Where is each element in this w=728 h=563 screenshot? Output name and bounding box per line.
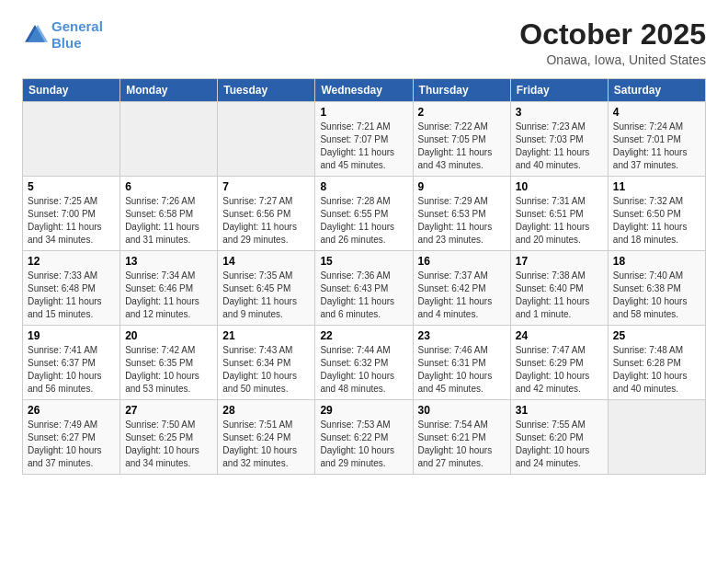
- day-number: 23: [418, 329, 506, 342]
- weekday-header-sunday: Sunday: [23, 79, 120, 102]
- month-title: October 2025: [519, 18, 706, 51]
- day-info: Sunrise: 7:46 AM Sunset: 6:31 PM Dayligh…: [418, 344, 506, 396]
- calendar-cell: 25Sunrise: 7:48 AM Sunset: 6:28 PM Dayli…: [608, 326, 705, 400]
- calendar-header: SundayMondayTuesdayWednesdayThursdayFrid…: [23, 79, 706, 102]
- day-info: Sunrise: 7:32 AM Sunset: 6:50 PM Dayligh…: [613, 195, 700, 247]
- day-number: 16: [418, 255, 506, 268]
- day-info: Sunrise: 7:28 AM Sunset: 6:55 PM Dayligh…: [320, 195, 407, 247]
- day-info: Sunrise: 7:44 AM Sunset: 6:32 PM Dayligh…: [320, 344, 407, 396]
- calendar-cell: 12Sunrise: 7:33 AM Sunset: 6:48 PM Dayli…: [23, 251, 120, 326]
- day-number: 1: [320, 106, 407, 119]
- location: Onawa, Iowa, United States: [519, 52, 706, 67]
- calendar-cell: 9Sunrise: 7:29 AM Sunset: 6:53 PM Daylig…: [413, 177, 510, 251]
- header: General Blue October 2025 Onawa, Iowa, U…: [22, 18, 706, 67]
- day-number: 24: [516, 329, 603, 342]
- day-info: Sunrise: 7:55 AM Sunset: 6:20 PM Dayligh…: [516, 419, 603, 470]
- day-info: Sunrise: 7:43 AM Sunset: 6:34 PM Dayligh…: [222, 344, 310, 396]
- calendar-cell: [23, 102, 120, 177]
- day-number: 28: [222, 404, 310, 417]
- weekday-header-tuesday: Tuesday: [218, 79, 315, 102]
- calendar-body: 1Sunrise: 7:21 AM Sunset: 7:07 PM Daylig…: [23, 102, 706, 475]
- calendar-cell: 16Sunrise: 7:37 AM Sunset: 6:42 PM Dayli…: [413, 251, 510, 326]
- day-number: 7: [222, 180, 310, 193]
- day-info: Sunrise: 7:50 AM Sunset: 6:25 PM Dayligh…: [125, 419, 212, 470]
- day-info: Sunrise: 7:42 AM Sunset: 6:35 PM Dayligh…: [125, 344, 212, 396]
- day-info: Sunrise: 7:53 AM Sunset: 6:22 PM Dayligh…: [320, 419, 407, 470]
- day-number: 5: [28, 180, 115, 193]
- day-number: 21: [222, 329, 310, 342]
- calendar-cell: 5Sunrise: 7:25 AM Sunset: 7:00 PM Daylig…: [23, 177, 120, 251]
- calendar-week-4: 26Sunrise: 7:49 AM Sunset: 6:27 PM Dayli…: [23, 400, 706, 475]
- day-info: Sunrise: 7:38 AM Sunset: 6:40 PM Dayligh…: [516, 270, 603, 321]
- day-number: 14: [222, 255, 310, 268]
- calendar-cell: 14Sunrise: 7:35 AM Sunset: 6:45 PM Dayli…: [218, 251, 315, 326]
- day-number: 12: [28, 255, 115, 268]
- day-info: Sunrise: 7:34 AM Sunset: 6:46 PM Dayligh…: [125, 270, 212, 321]
- day-info: Sunrise: 7:24 AM Sunset: 7:01 PM Dayligh…: [613, 121, 700, 172]
- weekday-header-friday: Friday: [510, 79, 608, 102]
- day-info: Sunrise: 7:41 AM Sunset: 6:37 PM Dayligh…: [28, 344, 115, 396]
- day-number: 17: [516, 255, 603, 268]
- day-info: Sunrise: 7:29 AM Sunset: 6:53 PM Dayligh…: [418, 195, 506, 247]
- day-info: Sunrise: 7:23 AM Sunset: 7:03 PM Dayligh…: [516, 121, 603, 172]
- calendar-week-1: 5Sunrise: 7:25 AM Sunset: 7:00 PM Daylig…: [23, 177, 706, 251]
- day-number: 27: [125, 404, 212, 417]
- weekday-row: SundayMondayTuesdayWednesdayThursdayFrid…: [23, 79, 706, 102]
- day-info: Sunrise: 7:36 AM Sunset: 6:43 PM Dayligh…: [320, 270, 407, 321]
- weekday-header-wednesday: Wednesday: [315, 79, 413, 102]
- page: General Blue October 2025 Onawa, Iowa, U…: [0, 0, 728, 563]
- day-info: Sunrise: 7:25 AM Sunset: 7:00 PM Dayligh…: [28, 195, 115, 247]
- day-number: 6: [125, 180, 212, 193]
- day-number: 26: [28, 404, 115, 417]
- day-number: 10: [516, 180, 603, 193]
- day-info: Sunrise: 7:49 AM Sunset: 6:27 PM Dayligh…: [28, 419, 115, 470]
- day-info: Sunrise: 7:33 AM Sunset: 6:48 PM Dayligh…: [28, 270, 115, 321]
- day-number: 8: [320, 180, 407, 193]
- day-info: Sunrise: 7:35 AM Sunset: 6:45 PM Dayligh…: [222, 270, 310, 321]
- calendar-cell: 27Sunrise: 7:50 AM Sunset: 6:25 PM Dayli…: [120, 400, 218, 475]
- day-number: 9: [418, 180, 506, 193]
- calendar-cell: 19Sunrise: 7:41 AM Sunset: 6:37 PM Dayli…: [23, 326, 120, 400]
- calendar-cell: 18Sunrise: 7:40 AM Sunset: 6:38 PM Dayli…: [608, 251, 705, 326]
- calendar-cell: 28Sunrise: 7:51 AM Sunset: 6:24 PM Dayli…: [218, 400, 315, 475]
- day-number: 30: [418, 404, 506, 417]
- day-number: 13: [125, 255, 212, 268]
- day-number: 25: [613, 329, 700, 342]
- day-info: Sunrise: 7:54 AM Sunset: 6:21 PM Dayligh…: [418, 419, 506, 470]
- day-number: 19: [28, 329, 115, 342]
- calendar-cell: 17Sunrise: 7:38 AM Sunset: 6:40 PM Dayli…: [510, 251, 608, 326]
- logo-text: General Blue: [51, 18, 103, 52]
- weekday-header-saturday: Saturday: [608, 79, 705, 102]
- calendar-cell: 20Sunrise: 7:42 AM Sunset: 6:35 PM Dayli…: [120, 326, 218, 400]
- calendar-cell: 29Sunrise: 7:53 AM Sunset: 6:22 PM Dayli…: [315, 400, 413, 475]
- day-number: 18: [613, 255, 700, 268]
- calendar-cell: 10Sunrise: 7:31 AM Sunset: 6:51 PM Dayli…: [510, 177, 608, 251]
- day-number: 29: [320, 404, 407, 417]
- calendar-week-3: 19Sunrise: 7:41 AM Sunset: 6:37 PM Dayli…: [23, 326, 706, 400]
- calendar-cell: 8Sunrise: 7:28 AM Sunset: 6:55 PM Daylig…: [315, 177, 413, 251]
- calendar-cell: 4Sunrise: 7:24 AM Sunset: 7:01 PM Daylig…: [608, 102, 705, 177]
- day-info: Sunrise: 7:47 AM Sunset: 6:29 PM Dayligh…: [516, 344, 603, 396]
- calendar-cell: 7Sunrise: 7:27 AM Sunset: 6:56 PM Daylig…: [218, 177, 315, 251]
- day-info: Sunrise: 7:26 AM Sunset: 6:58 PM Dayligh…: [125, 195, 212, 247]
- calendar-cell: 30Sunrise: 7:54 AM Sunset: 6:21 PM Dayli…: [413, 400, 510, 475]
- day-number: 4: [613, 106, 700, 119]
- calendar-cell: 1Sunrise: 7:21 AM Sunset: 7:07 PM Daylig…: [315, 102, 413, 177]
- calendar-cell: 22Sunrise: 7:44 AM Sunset: 6:32 PM Dayli…: [315, 326, 413, 400]
- day-info: Sunrise: 7:40 AM Sunset: 6:38 PM Dayligh…: [613, 270, 700, 321]
- logo-icon: [22, 22, 48, 48]
- calendar-cell: 24Sunrise: 7:47 AM Sunset: 6:29 PM Dayli…: [510, 326, 608, 400]
- day-number: 15: [320, 255, 407, 268]
- calendar-cell: 13Sunrise: 7:34 AM Sunset: 6:46 PM Dayli…: [120, 251, 218, 326]
- calendar-cell: 15Sunrise: 7:36 AM Sunset: 6:43 PM Dayli…: [315, 251, 413, 326]
- day-info: Sunrise: 7:27 AM Sunset: 6:56 PM Dayligh…: [222, 195, 310, 247]
- day-number: 22: [320, 329, 407, 342]
- day-number: 20: [125, 329, 212, 342]
- logo-line2: Blue: [51, 35, 82, 51]
- logo: General Blue: [22, 18, 103, 52]
- day-number: 31: [516, 404, 603, 417]
- day-info: Sunrise: 7:51 AM Sunset: 6:24 PM Dayligh…: [222, 419, 310, 470]
- calendar-cell: [608, 400, 705, 475]
- calendar-cell: 6Sunrise: 7:26 AM Sunset: 6:58 PM Daylig…: [120, 177, 218, 251]
- logo-line1: General: [51, 18, 103, 34]
